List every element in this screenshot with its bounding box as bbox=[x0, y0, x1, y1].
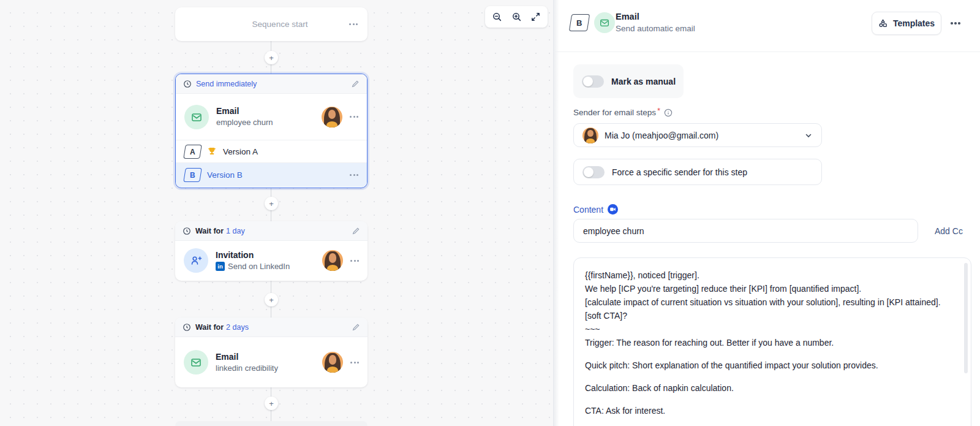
body-line: {{firstName}}, noticed [trigger]. bbox=[585, 268, 955, 282]
panel-subtitle: Send automatic email bbox=[616, 24, 695, 33]
zoom-out-icon[interactable] bbox=[490, 10, 505, 25]
version-b-label: Version B bbox=[207, 170, 344, 180]
subject-input[interactable] bbox=[573, 219, 918, 243]
fullscreen-icon[interactable] bbox=[529, 10, 543, 25]
add-step-button[interactable]: + bbox=[265, 197, 278, 210]
sequence-canvas[interactable]: Sequence start + Send immediately Email … bbox=[0, 0, 553, 426]
send-immediately-label: Send immediately bbox=[196, 80, 257, 88]
panel-title: Email bbox=[616, 12, 639, 21]
sender-label-row: Sender for email steps * bbox=[573, 108, 673, 117]
version-b-badge: B bbox=[569, 14, 590, 31]
wait-for-label: Wait for bbox=[195, 227, 224, 235]
chevron-down-icon bbox=[804, 131, 813, 140]
body-line: CTA: Ask for interest. bbox=[585, 404, 955, 417]
add-cc-link[interactable]: Add Cc bbox=[935, 226, 963, 236]
mark-as-manual-toggle[interactable] bbox=[582, 75, 604, 88]
add-step-button[interactable]: + bbox=[265, 293, 278, 306]
body-line: Calculation: Back of napkin calculation. bbox=[585, 381, 955, 395]
required-asterisk: * bbox=[657, 106, 660, 115]
email-icon bbox=[594, 12, 615, 33]
sender-dropdown[interactable]: Mia Jo (meahjoo@gmail.com) bbox=[573, 123, 822, 147]
panel-more-options-icon[interactable] bbox=[951, 17, 967, 29]
body-line: [soft CTA]? bbox=[585, 309, 955, 322]
edit-pencil-icon[interactable] bbox=[351, 80, 360, 88]
sender-avatar bbox=[582, 127, 598, 143]
email-step-2-node[interactable]: Wait for 2 days Email linkedin credibili… bbox=[175, 318, 368, 387]
version-b-badge: B bbox=[183, 168, 202, 182]
body-line: We help [ICP you're targeting] reduce th… bbox=[585, 282, 955, 295]
wait-for-label: Wait for bbox=[195, 323, 224, 332]
version-a-label: Version A bbox=[223, 147, 258, 156]
step-subtitle: Send on LinkedIn bbox=[228, 261, 290, 272]
wait-value: 1 day bbox=[226, 227, 245, 235]
email-body-editor[interactable]: {{firstName}}, noticed [trigger]. We hel… bbox=[573, 257, 971, 426]
more-options-icon[interactable] bbox=[350, 174, 358, 176]
email-step-row[interactable]: Email employee churn bbox=[176, 94, 367, 140]
person-add-icon bbox=[184, 248, 208, 273]
step-detail-panel: B Email Send automatic email Templates M… bbox=[553, 0, 980, 426]
video-icon[interactable] bbox=[608, 204, 618, 215]
version-b-row[interactable]: B Version B bbox=[176, 162, 367, 187]
sequence-start-node[interactable]: Sequence start bbox=[175, 7, 368, 41]
invitation-step-node[interactable]: Wait for 1 day Invitation in Send on Lin… bbox=[175, 221, 368, 281]
force-sender-label: Force a specific sender for this step bbox=[612, 167, 747, 177]
sender-avatar bbox=[322, 352, 343, 373]
edit-pencil-icon[interactable] bbox=[352, 323, 360, 332]
body-line: Trigger: The reason for reaching out. Be… bbox=[585, 336, 955, 349]
clock-icon bbox=[183, 80, 192, 88]
next-step-node-partial[interactable] bbox=[175, 421, 368, 426]
zoom-in-icon[interactable] bbox=[509, 10, 524, 25]
step-title: Email bbox=[216, 351, 315, 363]
email-step-2-header[interactable]: Wait for 2 days bbox=[175, 318, 368, 337]
version-a-badge: A bbox=[183, 145, 202, 159]
invitation-step-header[interactable]: Wait for 1 day bbox=[175, 221, 368, 241]
body-line: ~~~ bbox=[585, 322, 955, 336]
invitation-step-row[interactable]: Invitation in Send on LinkedIn bbox=[175, 241, 368, 280]
panel-header: B Email Send automatic email Templates bbox=[554, 0, 980, 52]
version-a-row[interactable]: A Version A bbox=[176, 140, 367, 162]
force-sender-section: Force a specific sender for this step bbox=[573, 159, 822, 185]
sender-avatar bbox=[322, 107, 342, 127]
sender-label: Sender for email steps bbox=[573, 108, 656, 117]
sender-value: Mia Jo (meahjoo@gmail.com) bbox=[605, 131, 798, 140]
email-icon bbox=[184, 350, 208, 375]
step-subtitle: employee churn bbox=[216, 117, 314, 128]
email-step-header[interactable]: Send immediately bbox=[176, 74, 367, 94]
linkedin-icon: in bbox=[216, 262, 225, 271]
editor-scrollbar[interactable] bbox=[964, 263, 968, 373]
force-sender-toggle[interactable] bbox=[582, 166, 605, 178]
add-step-button[interactable]: + bbox=[265, 51, 278, 64]
content-label: Content bbox=[573, 205, 603, 215]
sender-avatar bbox=[322, 250, 343, 271]
step-title: Invitation bbox=[216, 249, 315, 261]
more-options-icon[interactable] bbox=[350, 260, 359, 262]
edit-pencil-icon[interactable] bbox=[352, 227, 360, 235]
more-options-icon[interactable] bbox=[350, 362, 359, 363]
clock-icon bbox=[183, 227, 191, 235]
email-step-node[interactable]: Send immediately Email employee churn A … bbox=[175, 74, 368, 188]
sequence-start-label: Sequence start bbox=[175, 20, 349, 29]
email-step-2-row[interactable]: Email linkedin credibility bbox=[175, 337, 368, 387]
body-line: [calculate impact of current situation v… bbox=[585, 295, 955, 309]
templates-button[interactable]: Templates bbox=[872, 12, 941, 35]
shapes-icon bbox=[878, 18, 888, 28]
trophy-icon bbox=[207, 146, 217, 156]
add-step-button[interactable]: + bbox=[265, 397, 278, 410]
wait-value: 2 days bbox=[226, 323, 249, 332]
content-label-row: Content bbox=[573, 204, 618, 215]
step-subtitle: linkedin credibility bbox=[216, 363, 315, 374]
step-title: Email bbox=[216, 105, 314, 117]
more-options-icon[interactable] bbox=[349, 23, 358, 25]
more-options-icon[interactable] bbox=[350, 116, 358, 118]
canvas-zoom-toolbar bbox=[485, 6, 548, 28]
templates-label: Templates bbox=[893, 18, 935, 28]
info-icon[interactable] bbox=[664, 108, 673, 117]
body-line: Quick pitch: Short explanation of the qu… bbox=[585, 359, 955, 372]
email-icon bbox=[184, 105, 209, 129]
clock-icon bbox=[183, 323, 191, 332]
mark-as-manual-section: Mark as manual bbox=[573, 64, 684, 98]
mark-as-manual-label: Mark as manual bbox=[611, 77, 676, 86]
